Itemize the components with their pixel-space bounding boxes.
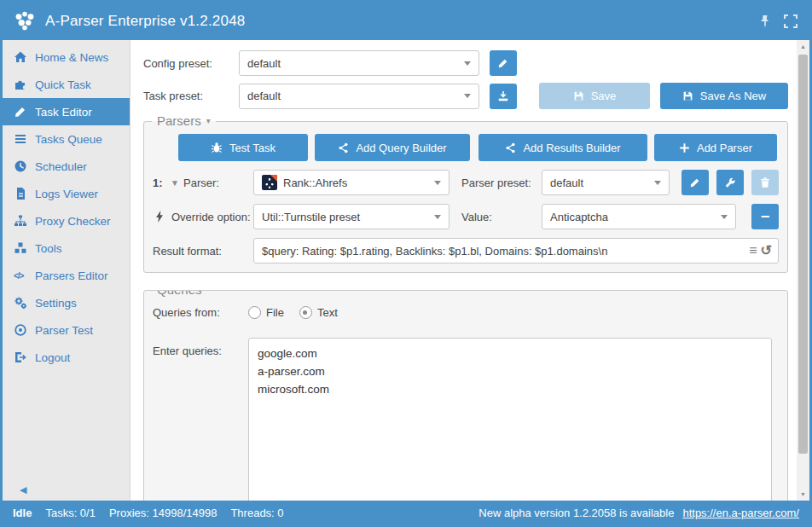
reset-icon[interactable]: ↺: [761, 244, 772, 258]
scrollbar-thumb[interactable]: [798, 55, 808, 454]
queries-from-row: Queries from: File Text: [153, 306, 779, 319]
status-bar: Idle Tasks: 0/1 Proxies: 14998/14998 Thr…: [3, 501, 809, 524]
puzzle-icon: [14, 78, 27, 91]
sidebar-item-proxy-checker[interactable]: Proxy Checker: [3, 207, 130, 235]
sidebar-item-tasks-queue[interactable]: Tasks Queue: [3, 125, 130, 153]
status-threads: Threads: 0: [230, 507, 283, 519]
sidebar-item-label: Home & News: [35, 51, 108, 64]
parser-preset-label: Parser preset:: [461, 177, 542, 189]
app-title: A-Parser Enterprise v1.2.2048: [45, 13, 245, 30]
add-query-builder-button[interactable]: Add Query Builder: [315, 134, 470, 161]
parsers-legend[interactable]: Parsers ▾: [152, 113, 216, 128]
override-value-select[interactable]: Anticaptcha: [542, 204, 736, 229]
sidebar-item-parser-test[interactable]: Parser Test: [3, 316, 130, 344]
config-preset-row: Config preset: default: [143, 50, 788, 76]
chevron-down-icon: [654, 181, 661, 185]
sidebar-item-task-editor[interactable]: Task Editor: [3, 98, 130, 125]
pencil-icon: [689, 177, 701, 188]
sidebar-item-label: Tasks Queue: [35, 133, 102, 146]
sidebar-item-label: Parser Test: [35, 324, 93, 337]
result-format-tools: ≡ ↺: [749, 238, 772, 264]
chevron-down-icon: [434, 181, 441, 185]
logout-icon: [14, 350, 27, 364]
sidebar-item-logs-viewer[interactable]: Logs Viewer: [3, 180, 130, 207]
sidebar-item-label: Logs Viewer: [35, 188, 98, 200]
edit-config-preset-button[interactable]: [490, 50, 517, 76]
sidebar-item-quick-task[interactable]: Quick Task: [3, 71, 130, 98]
vertical-scrollbar[interactable]: ▲ ▼: [797, 40, 809, 501]
add-parser-button[interactable]: Add Parser: [654, 134, 777, 161]
scroll-down-icon[interactable]: ▼: [797, 488, 809, 501]
add-results-builder-button[interactable]: Add Results Builder: [478, 134, 647, 161]
sidebar-item-logout[interactable]: Logout: [3, 344, 130, 371]
queries-from-text-radio[interactable]: Text: [299, 306, 338, 319]
radio-icon: [248, 306, 261, 319]
cubes-icon: [14, 241, 27, 255]
sidebar-item-settings[interactable]: Settings: [3, 289, 130, 316]
queries-from-label: Queries from:: [153, 306, 248, 319]
share-nodes-icon: [338, 142, 349, 153]
parser-preset-select[interactable]: default: [542, 170, 670, 195]
pencil-icon: [14, 105, 27, 119]
remove-override-button[interactable]: −: [751, 204, 779, 229]
parser-label: Parser:: [183, 177, 253, 189]
sidebar: Home & News Quick Task Task Editor Tasks…: [3, 40, 130, 501]
wrench-icon: [724, 177, 736, 188]
parser-index: 1:: [153, 177, 166, 189]
task-preset-label: Task preset:: [143, 90, 239, 102]
delete-parser-button[interactable]: [751, 170, 779, 195]
ahrefs-icon: [262, 175, 277, 190]
row-collapse-caret-icon[interactable]: ▼: [166, 178, 183, 188]
override-option-select[interactable]: Util::Turnstile preset: [253, 204, 450, 229]
code-icon: </>: [14, 271, 27, 281]
task-preset-select[interactable]: default: [239, 84, 479, 109]
value-label: Value:: [461, 211, 542, 223]
save-icon: [573, 90, 584, 101]
save-button[interactable]: Save: [539, 83, 650, 109]
override-option-label: Override option:: [171, 211, 253, 223]
sidebar-collapse-arrow-icon[interactable]: ◀: [20, 484, 26, 495]
load-task-preset-button[interactable]: [490, 84, 517, 109]
chevron-down-icon: [464, 94, 471, 98]
pin-icon[interactable]: [758, 14, 772, 28]
queries-section: Queries Queries from: File Text Enter qu…: [143, 290, 788, 501]
scrollbar-track[interactable]: [797, 53, 809, 488]
save-as-new-button[interactable]: Save As New: [660, 83, 788, 109]
parser-select[interactable]: Rank::Ahrefs: [253, 170, 450, 195]
radio-icon: [299, 306, 312, 319]
test-task-button[interactable]: Test Task: [178, 134, 308, 161]
queries-textarea[interactable]: google.com a-parser.com microsoft.com: [248, 338, 772, 501]
parser-options-button[interactable]: [716, 170, 744, 195]
sidebar-item-scheduler[interactable]: Scheduler: [3, 153, 130, 180]
templates-menu-icon[interactable]: ≡: [749, 244, 757, 258]
download-icon: [497, 90, 509, 102]
fullscreen-icon[interactable]: [784, 14, 798, 28]
scroll-up-icon[interactable]: ▲: [797, 40, 809, 53]
save-icon: [682, 90, 693, 101]
chevron-down-icon: [434, 215, 441, 219]
titlebar: A-Parser Enterprise v1.2.2048: [3, 3, 809, 40]
parser-row: 1: ▼ Parser: Rank::Ahrefs Parser preset:…: [153, 170, 779, 195]
chevron-down-icon: [721, 215, 728, 219]
update-link[interactable]: https://en.a-parser.com/: [682, 507, 799, 519]
file-icon: [14, 187, 27, 200]
sidebar-item-parsers-editor[interactable]: </> Parsers Editor: [3, 262, 130, 289]
config-preset-select[interactable]: default: [239, 50, 479, 76]
enter-queries-label: Enter queries:: [153, 338, 248, 357]
result-format-input[interactable]: [253, 238, 779, 264]
edit-parser-preset-button[interactable]: [682, 170, 709, 195]
minus-icon: −: [761, 209, 770, 224]
sidebar-item-home-news[interactable]: Home & News: [3, 43, 130, 71]
gears-icon: [14, 296, 27, 310]
config-preset-label: Config preset:: [143, 57, 239, 70]
sidebar-item-label: Settings: [35, 297, 77, 310]
home-icon: [14, 50, 27, 64]
sitemap-icon: [14, 214, 27, 228]
chevron-down-icon: [464, 61, 471, 66]
update-notice: New alpha version 1.2.2058 is available: [478, 507, 674, 519]
pencil-icon: [497, 57, 509, 69]
sidebar-item-tools[interactable]: Tools: [3, 235, 130, 262]
list-icon: [14, 132, 27, 146]
sidebar-item-label: Quick Task: [35, 78, 91, 91]
queries-from-file-radio[interactable]: File: [248, 306, 284, 319]
